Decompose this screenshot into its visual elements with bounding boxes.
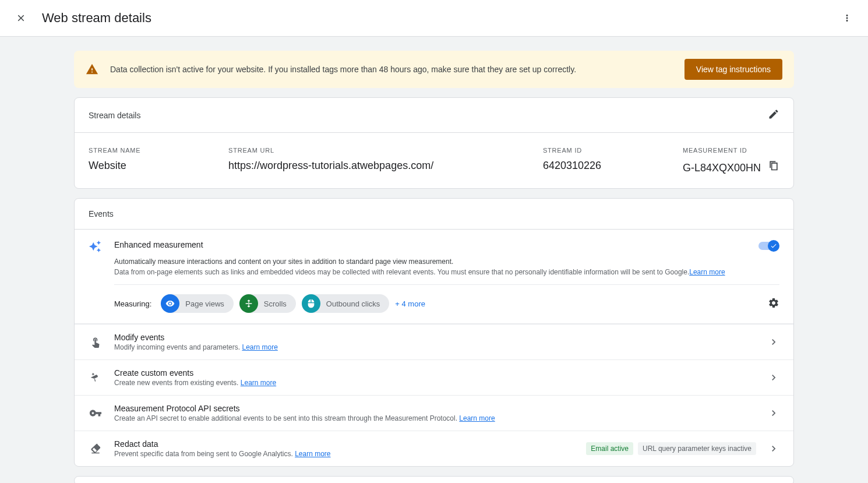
close-button[interactable] xyxy=(14,11,28,25)
measuring-label: Measuring: xyxy=(114,299,151,308)
copy-icon xyxy=(768,160,779,171)
chevron-right-icon xyxy=(768,372,779,383)
chevron-right-icon xyxy=(768,336,779,348)
cursor-sparkle-icon xyxy=(89,371,103,385)
chip-page-views: Page views xyxy=(161,294,233,313)
url-query-inactive-badge: URL query parameter keys inactive xyxy=(638,442,756,455)
enhanced-measurement-row: Enhanced measurement Automatically measu… xyxy=(75,230,793,324)
email-active-badge: Email active xyxy=(586,442,633,455)
more-chips-link[interactable]: + 4 more xyxy=(395,299,425,308)
chevron-right-icon xyxy=(768,443,779,454)
modify-events-title: Modify events xyxy=(114,333,756,342)
scroll-icon xyxy=(239,294,258,313)
events-card: Events Enhanced measurement Automaticall… xyxy=(74,198,794,467)
custom-events-desc: Create new events from existing events. … xyxy=(114,379,756,387)
create-custom-events-row[interactable]: Create custom events Create new events f… xyxy=(75,359,793,395)
redact-desc: Prevent specific data from being sent to… xyxy=(114,450,574,458)
measurement-id-value: G-L84XQX00HN xyxy=(683,162,761,174)
redact-learn-more-link[interactable]: Learn more xyxy=(295,450,330,458)
modify-events-desc: Modify incoming events and parameters. L… xyxy=(114,343,756,351)
touch-icon xyxy=(89,335,103,349)
stream-name-label: STREAM NAME xyxy=(89,147,205,154)
custom-learn-more-link[interactable]: Learn more xyxy=(241,379,276,387)
stream-id-label: STREAM ID xyxy=(543,147,659,154)
more-menu-button[interactable] xyxy=(840,11,854,25)
chip-scrolls: Scrolls xyxy=(239,294,296,313)
enhanced-measurement-toggle[interactable] xyxy=(758,240,779,252)
check-icon xyxy=(770,242,777,249)
redact-title: Redact data xyxy=(114,439,574,449)
events-title: Events xyxy=(89,209,114,218)
warning-icon xyxy=(86,63,98,76)
measurement-protocol-row[interactable]: Measurement Protocol API secrets Create … xyxy=(75,395,793,431)
copy-measurement-id-button[interactable] xyxy=(768,160,779,173)
more-vert-icon xyxy=(842,13,852,23)
stream-details-card: Stream details STREAM NAME Website STREA… xyxy=(74,97,794,189)
page-header: Web stream details xyxy=(0,0,868,37)
chevron-right-icon xyxy=(768,407,779,419)
stream-id-value: 6420310226 xyxy=(543,160,659,172)
edit-stream-button[interactable] xyxy=(768,108,779,122)
measurement-id-label: MEASUREMENT ID xyxy=(683,147,779,154)
warning-banner: Data collection isn't active for your we… xyxy=(74,51,794,88)
gear-icon xyxy=(768,297,779,309)
stream-details-title: Stream details xyxy=(89,111,140,120)
next-card-peek xyxy=(74,476,794,483)
view-tag-instructions-button[interactable]: View tag instructions xyxy=(684,59,782,80)
stream-name-value: Website xyxy=(89,160,205,172)
eraser-icon xyxy=(89,442,103,456)
protocol-desc: Create an API secret to enable additiona… xyxy=(114,414,756,422)
protocol-title: Measurement Protocol API secrets xyxy=(114,404,756,413)
modify-learn-more-link[interactable]: Learn more xyxy=(242,343,277,351)
stream-url-label: STREAM URL xyxy=(228,147,520,154)
enhanced-measurement-desc: Automatically measure interactions and c… xyxy=(114,258,758,266)
enhanced-measurement-note: Data from on-page elements such as links… xyxy=(114,267,758,277)
pencil-icon xyxy=(768,108,779,120)
eye-icon xyxy=(161,294,179,313)
enhanced-settings-button[interactable] xyxy=(768,297,779,311)
custom-events-title: Create custom events xyxy=(114,368,756,378)
key-icon xyxy=(89,406,103,420)
enhanced-learn-more-link[interactable]: Learn more xyxy=(689,268,725,276)
sparkle-icon xyxy=(89,240,103,254)
modify-events-row[interactable]: Modify events Modify incoming events and… xyxy=(75,324,793,359)
banner-text: Data collection isn't active for your we… xyxy=(110,65,576,74)
close-icon xyxy=(16,13,26,23)
protocol-learn-more-link[interactable]: Learn more xyxy=(459,414,495,422)
mouse-icon xyxy=(302,294,320,313)
stream-url-value: https://wordpress-tutorials.atwebpages.c… xyxy=(228,160,520,172)
redact-data-row[interactable]: Redact data Prevent specific data from b… xyxy=(75,431,793,466)
page-title: Web stream details xyxy=(42,10,151,26)
enhanced-measurement-title: Enhanced measurement xyxy=(114,240,758,249)
chip-outbound-clicks: Outbound clicks xyxy=(302,294,390,313)
